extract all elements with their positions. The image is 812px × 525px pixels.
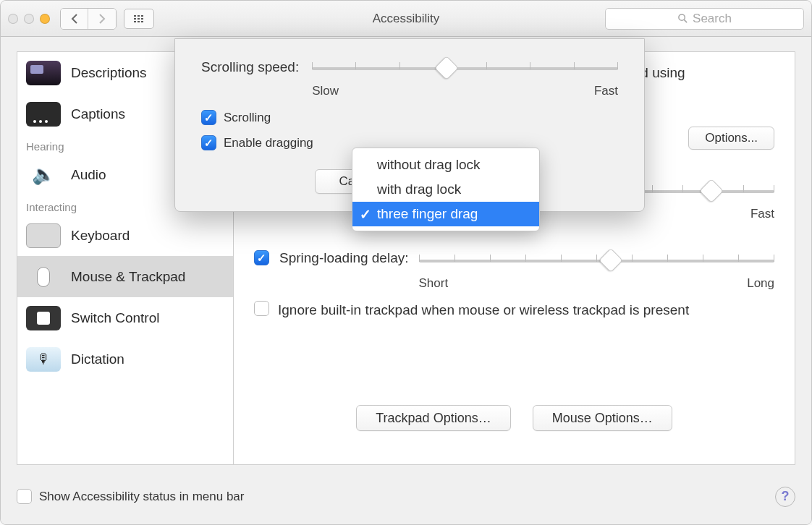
trackpad-options-dialog: Scrolling speed: Slow Fast Scrolling: [174, 38, 645, 212]
dragging-mode-dropdown: without drag lock with drag lock three f…: [352, 148, 540, 231]
options-button[interactable]: Options...: [688, 127, 774, 150]
help-button[interactable]: ?: [775, 487, 795, 507]
spring-short-label: Short: [419, 276, 449, 291]
switch-control-icon: [26, 306, 61, 330]
sidebar-item-keyboard[interactable]: Keyboard: [17, 215, 233, 256]
dropdown-item-without-drag-lock[interactable]: without drag lock: [352, 153, 539, 177]
enable-dragging-label: Enable dragging: [224, 136, 313, 150]
option-buttons: Trackpad Options… Mouse Options…: [234, 405, 795, 431]
dropdown-item-with-drag-lock[interactable]: with drag lock: [352, 177, 539, 202]
slow-label: Slow: [312, 84, 339, 98]
show-status-label: Show Accessibility status in menu bar: [39, 490, 244, 504]
show-status-checkbox[interactable]: [17, 489, 32, 504]
sidebar-item-label: Audio: [71, 167, 106, 183]
mouse-options-button[interactable]: Mouse Options…: [533, 405, 672, 431]
spring-loading-row: Spring-loading delay: Short Long: [254, 250, 774, 291]
captions-icon: [26, 102, 61, 127]
window-title: Accessibility: [1, 12, 811, 26]
ignore-trackpad-label: Ignore built-in trackpad when mouse or w…: [278, 301, 774, 320]
scrolling-checkbox[interactable]: [201, 110, 216, 125]
sidebar-item-label: Descriptions: [71, 65, 147, 81]
double-click-fast-label: Fast: [750, 207, 774, 221]
sidebar-item-switch-control[interactable]: Switch Control: [17, 297, 233, 338]
sidebar-item-label: Dictation: [71, 351, 124, 367]
sidebar-item-label: Mouse & Trackpad: [71, 269, 185, 285]
titlebar: Accessibility Search: [1, 1, 811, 37]
sidebar-item-dictation[interactable]: 🎙 Dictation: [17, 338, 233, 380]
spring-loading-checkbox[interactable]: [254, 250, 269, 265]
sidebar-item-label: Captions: [71, 106, 125, 122]
mouse-icon: [26, 265, 61, 289]
trackpad-options-button[interactable]: Trackpad Options…: [356, 405, 510, 431]
audio-icon: 🔈: [26, 163, 61, 187]
dropdown-item-three-finger-drag[interactable]: three finger drag: [352, 202, 539, 226]
ignore-trackpad-row: Ignore built-in trackpad when mouse or w…: [254, 301, 774, 320]
scrolling-speed-slider[interactable]: [312, 58, 618, 80]
descriptions-icon: [26, 61, 61, 85]
sidebar-item-label: Keyboard: [71, 228, 130, 244]
spring-long-label: Long: [747, 276, 774, 291]
accessibility-window: Accessibility Search Descriptions Captio…: [0, 0, 812, 525]
sidebar-item-mouse-trackpad[interactable]: Mouse & Trackpad: [17, 256, 233, 297]
scrolling-speed-label: Scrolling speed:: [201, 58, 299, 75]
keyboard-icon: [26, 223, 61, 248]
ignore-trackpad-checkbox[interactable]: [254, 301, 269, 316]
fast-label: Fast: [594, 84, 618, 98]
spring-loading-slider[interactable]: [419, 250, 774, 272]
enable-dragging-checkbox[interactable]: [201, 135, 216, 150]
footer: Show Accessibility status in menu bar ?: [17, 480, 795, 513]
sidebar-item-label: Switch Control: [71, 310, 160, 326]
scrolling-label: Scrolling: [224, 111, 271, 125]
dictation-icon: 🎙: [26, 347, 61, 372]
spring-loading-label: Spring-loading delay:: [279, 250, 409, 266]
